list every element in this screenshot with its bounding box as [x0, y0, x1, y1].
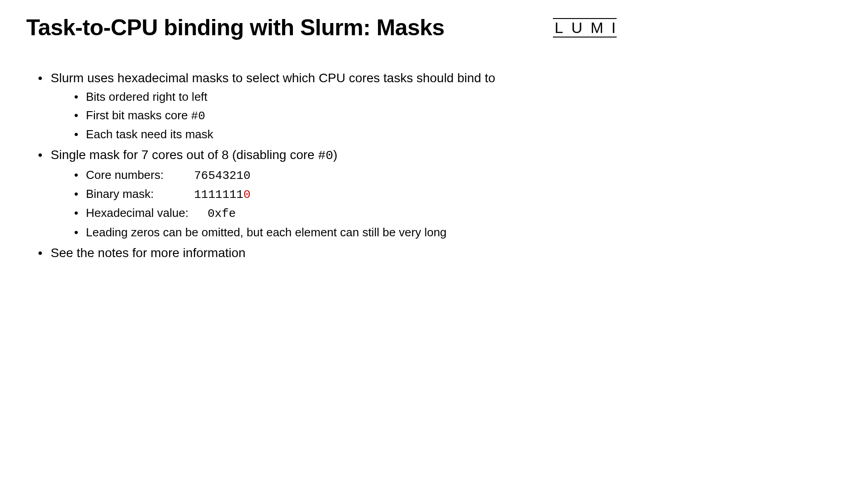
sub-bullet-hex-value: Hexadecimal value: 0xfe	[74, 204, 625, 223]
sub-bullet-text: Bits ordered right to left	[86, 90, 208, 103]
sub-bullet-text: Leading zeros can be omitted, but each e…	[86, 225, 447, 239]
bullet-text: See the notes for more information	[51, 246, 245, 260]
core-zero-code: #0	[318, 149, 333, 163]
sub-bullet-text: Each task need its mask	[86, 127, 213, 141]
bullet-see-notes: See the notes for more information	[38, 243, 625, 263]
header: Task-to-CPU binding with Slurm: Masks LU…	[26, 15, 625, 40]
label-binary-mask: Binary mask:	[86, 185, 191, 203]
label-hex-value: Hexadecimal value:	[86, 204, 204, 222]
sub-bullet-first-bit: First bit masks core #0	[74, 106, 625, 125]
sub-bullet-bits-order: Bits ordered right to left	[74, 88, 625, 106]
binary-mask-ones: 1111111	[194, 188, 243, 202]
slide: Task-to-CPU binding with Slurm: Masks LU…	[0, 0, 651, 366]
sub-bullet-each-task-mask: Each task need its mask	[74, 125, 625, 143]
binary-mask-zero-red: 0	[243, 188, 250, 202]
bullet-single-mask-example: Single mask for 7 cores out of 8 (disabl…	[38, 145, 625, 241]
logo-lumi: LUMI	[553, 18, 624, 38]
slide-body: Slurm uses hexadecimal masks to select w…	[26, 68, 625, 263]
bullet-text-post: )	[333, 148, 337, 162]
page-title: Task-to-CPU binding with Slurm: Masks	[26, 15, 444, 40]
sub-bullet-binary-mask: Binary mask: 11111110	[74, 185, 625, 204]
bullet-list: Slurm uses hexadecimal masks to select w…	[26, 68, 625, 263]
label-core-numbers: Core numbers:	[86, 166, 191, 184]
bullet-text-pre: Single mask for 7 cores out of 8 (disabl…	[51, 148, 318, 162]
core-zero-code: #0	[191, 109, 205, 123]
bullet-text: Slurm uses hexadecimal masks to select w…	[51, 71, 495, 85]
sub-bullet-list: Bits ordered right to left First bit mas…	[51, 88, 625, 143]
sub-bullet-text: First bit masks core	[86, 108, 191, 122]
value-core-numbers: 76543210	[194, 169, 250, 183]
value-hex: 0xfe	[208, 207, 236, 221]
sub-bullet-leading-zeros: Leading zeros can be omitted, but each e…	[74, 223, 625, 241]
sub-bullet-core-numbers: Core numbers: 76543210	[74, 166, 625, 185]
value-binary-mask: 11111110	[194, 188, 250, 202]
bullet-hex-masks-intro: Slurm uses hexadecimal masks to select w…	[38, 68, 625, 143]
sub-bullet-list: Core numbers: 76543210 Binary mask: 1111…	[51, 166, 625, 241]
